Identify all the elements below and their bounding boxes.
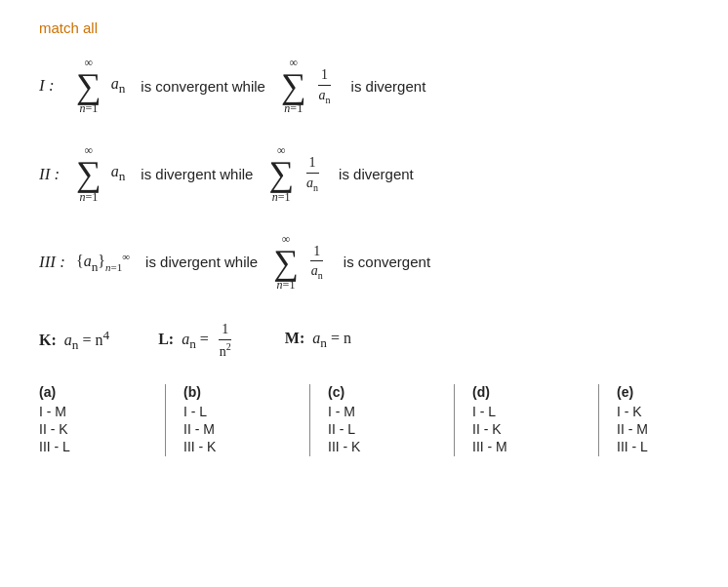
desc-III-left: is divergent while: [145, 254, 258, 270]
option-item-3-2: III - M: [472, 439, 507, 454]
options-row: (a)I - MII - KIII - L(b)I - LII - MIII -…: [39, 384, 689, 456]
sum-II-left: ∞ ∑ n=1: [76, 143, 101, 204]
seq-III-left: {an}n=1∞: [76, 251, 130, 275]
fraction-II-right: 1 an: [303, 153, 321, 194]
option-item-0-2: III - L: [39, 439, 70, 454]
desc-II-left: is divergent while: [141, 166, 253, 182]
option-c: (c)I - MII - LIII - K: [328, 384, 455, 456]
desc-III-right: is convergent: [344, 254, 430, 270]
option-item-1-1: II - M: [183, 421, 215, 437]
option-letter-3: (d): [472, 384, 490, 400]
section-III: III : {an}n=1∞ is divergent while ∞ ∑ n=…: [39, 232, 689, 293]
option-item-1-0: I - L: [183, 404, 207, 419]
option-item-4-2: III - L: [617, 439, 648, 454]
sum-I-left: ∞ ∑ n=1: [76, 56, 101, 116]
section-I-label: I :: [39, 76, 68, 96]
option-item-2-2: III - K: [328, 439, 360, 454]
option-letter-4: (e): [617, 384, 633, 400]
fraction-L: 1 n2: [217, 320, 234, 361]
option-item-4-0: I - K: [617, 404, 642, 419]
section-I: I : ∞ ∑ n=1 an is convergent while ∞ ∑ n…: [39, 56, 689, 116]
option-item-2-1: II - L: [328, 421, 355, 437]
option-item-0-0: I - M: [39, 404, 66, 419]
option-d: (d)I - LII - KIII - M: [472, 384, 599, 456]
option-item-0-1: II - K: [39, 421, 68, 437]
fraction-I-right: 1 an: [316, 65, 334, 106]
desc-II-right: is divergent: [339, 166, 414, 182]
sum-I-right: ∞ ∑ n=1: [281, 56, 306, 116]
option-item-1-2: III - K: [183, 439, 216, 454]
option-b: (b)I - LII - MIII - K: [183, 384, 310, 456]
key-M: M: an = n: [285, 330, 351, 351]
option-item-2-0: I - M: [328, 404, 355, 419]
sum-III-right: ∞ ∑ n=1: [273, 232, 299, 293]
a-n-II-left: an: [111, 163, 126, 184]
option-letter-2: (c): [328, 384, 344, 400]
option-letter-0: (a): [39, 384, 56, 400]
desc-I-right: is divergent: [351, 78, 426, 95]
section-III-label: III :: [39, 253, 68, 272]
option-item-3-0: I - L: [472, 404, 496, 419]
option-item-4-1: II - M: [617, 421, 648, 437]
fraction-III-right: 1 an: [308, 242, 326, 283]
a-n-I-left: an: [111, 75, 126, 97]
option-letter-1: (b): [183, 384, 201, 400]
options-section: (a)I - MII - KIII - L(b)I - LII - MIII -…: [39, 384, 689, 456]
option-a: (a)I - MII - KIII - L: [39, 384, 166, 456]
section-II: II : ∞ ∑ n=1 an is divergent while ∞ ∑ n…: [39, 143, 689, 204]
key-L: L: an = 1 n2: [158, 320, 236, 361]
keys-section: K: an = n4 L: an = 1 n2 M: an = n: [39, 320, 689, 361]
header-title: match all: [39, 20, 689, 36]
section-II-label: II :: [39, 165, 68, 184]
key-K: K: an = n4: [39, 328, 109, 354]
option-e: (e)I - KII - MIII - L: [617, 384, 728, 456]
sum-II-right: ∞ ∑ n=1: [268, 143, 294, 204]
option-item-3-1: II - K: [472, 421, 502, 437]
desc-I-left: is convergent while: [141, 78, 265, 95]
